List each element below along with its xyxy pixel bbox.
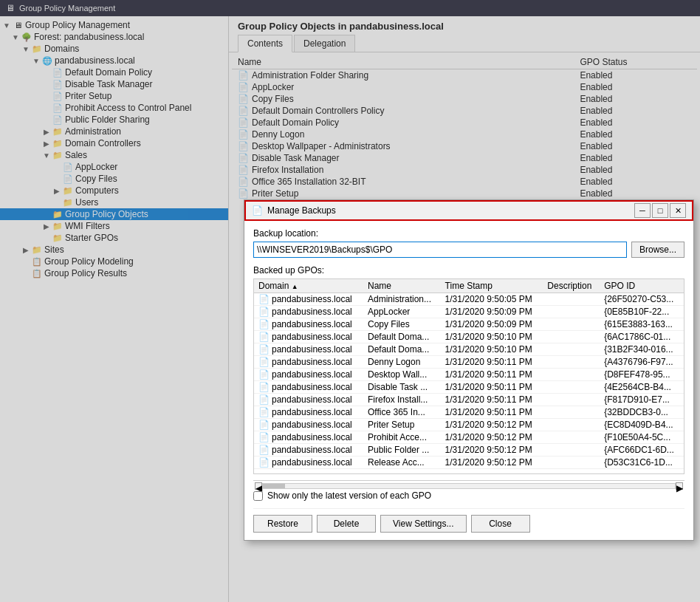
scroll-track[interactable] — [262, 483, 676, 489]
backup-timestamp: 1/31/2020 9:50:05 PM — [441, 293, 543, 306]
backup-row[interactable]: 📄pandabusiness.local Disable Task ... 1/… — [254, 381, 684, 394]
col-timestamp[interactable]: Time Stamp — [441, 279, 543, 293]
backup-row[interactable]: 📄pandabusiness.local Firefox Install... … — [254, 394, 684, 406]
backup-gpo-id: {0E85B10F-22... — [600, 306, 684, 318]
backup-timestamp: 1/31/2020 9:50:11 PM — [441, 394, 543, 406]
minimize-button[interactable]: ─ — [634, 203, 651, 218]
sort-arrow: ▲ — [292, 283, 298, 290]
backup-row[interactable]: 📄pandabusiness.local Prohibit Acce... 1/… — [254, 431, 684, 444]
scrollbar-row: ◀ ▶ — [253, 480, 684, 490]
close-titlebar-button[interactable]: ✕ — [670, 203, 686, 218]
backup-timestamp: 1/31/2020 9:50:09 PM — [441, 318, 543, 331]
backup-name: Office 365 In... — [363, 406, 441, 419]
backup-description — [543, 431, 600, 444]
backup-row[interactable]: 📄pandabusiness.local Release Acc... 1/31… — [254, 456, 684, 469]
backup-description — [543, 419, 600, 431]
backup-timestamp: 1/31/2020 9:50:11 PM — [441, 356, 543, 369]
backup-timestamp: 1/31/2020 9:50:12 PM — [441, 431, 543, 444]
backup-timestamp: 1/31/2020 9:50:11 PM — [441, 369, 543, 381]
backup-name: Administration... — [363, 293, 441, 306]
dialog-icon: 📄 — [252, 205, 263, 216]
backup-row[interactable]: 📄pandabusiness.local AppLocker 1/31/2020… — [254, 306, 684, 318]
scroll-right-button[interactable]: ▶ — [676, 482, 683, 490]
delete-button[interactable]: Delete — [317, 515, 376, 533]
backup-gpo-id: {EC8D409D-B4... — [600, 419, 684, 431]
backup-domain: 📄pandabusiness.local — [254, 356, 363, 369]
backup-gpo-id: {D53C31C6-1D... — [600, 456, 684, 469]
backup-name: Firefox Install... — [363, 394, 441, 406]
backup-domain: 📄pandabusiness.local — [254, 306, 363, 318]
backup-timestamp: 1/31/2020 9:50:12 PM — [441, 444, 543, 456]
backup-description — [543, 456, 600, 469]
backup-description — [543, 293, 600, 306]
backup-description — [543, 331, 600, 343]
backup-row[interactable]: 📄pandabusiness.local Default Doma... 1/3… — [254, 343, 684, 356]
view-settings-button[interactable]: View Settings... — [380, 515, 467, 533]
backup-row[interactable]: 📄pandabusiness.local Office 365 In... 1/… — [254, 406, 684, 419]
checkbox-row: Show only the latest version of each GPO — [253, 490, 684, 501]
backup-gpo-id: {6AC1786C-01... — [600, 331, 684, 343]
backup-gpo-id: {31B2F340-016... — [600, 343, 684, 356]
backup-row[interactable]: 📄pandabusiness.local Priter Setup 1/31/2… — [254, 419, 684, 431]
dialog-content: Backup location: Browse... Backed up GPO… — [244, 221, 693, 540]
col-domain[interactable]: Domain ▲ — [254, 279, 363, 293]
maximize-button[interactable]: □ — [652, 203, 668, 218]
backup-timestamp: 1/31/2020 9:50:10 PM — [441, 343, 543, 356]
backup-timestamp: 1/31/2020 9:50:10 PM — [441, 331, 543, 343]
col-name[interactable]: Name — [363, 279, 441, 293]
dialog-buttons: Restore Delete View Settings... Close — [253, 508, 684, 533]
backup-row[interactable]: 📄pandabusiness.local Copy Files 1/31/202… — [254, 318, 684, 331]
backup-description — [543, 318, 600, 331]
backup-table: Domain ▲ Name Time Stamp Description GPO… — [254, 279, 684, 469]
backup-gpo-id: {26F50270-C53... — [600, 293, 684, 306]
browse-button[interactable]: Browse... — [631, 242, 684, 258]
scroll-thumb — [263, 484, 285, 488]
backup-domain: 📄pandabusiness.local — [254, 456, 363, 469]
backup-domain: 📄pandabusiness.local — [254, 293, 363, 306]
restore-button[interactable]: Restore — [253, 515, 312, 533]
backup-row[interactable]: 📄pandabusiness.local Denny Logon 1/31/20… — [254, 356, 684, 369]
backup-domain: 📄pandabusiness.local — [254, 343, 363, 356]
backup-name: Denny Logon — [363, 356, 441, 369]
backup-name: Desktop Wall... — [363, 369, 441, 381]
backup-gpo-id: {F10E50A4-5C... — [600, 431, 684, 444]
col-description[interactable]: Description — [543, 279, 600, 293]
backup-gpo-id: {A4376796-F97... — [600, 356, 684, 369]
backup-description — [543, 381, 600, 394]
manage-backups-dialog: 📄 Manage Backups ─ □ ✕ Backup location: … — [244, 199, 694, 541]
backup-row[interactable]: 📄pandabusiness.local Desktop Wall... 1/3… — [254, 369, 684, 381]
backup-domain: 📄pandabusiness.local — [254, 394, 363, 406]
backup-gpo-id: {615E3883-163... — [600, 318, 684, 331]
backup-domain: 📄pandabusiness.local — [254, 406, 363, 419]
backup-description — [543, 394, 600, 406]
latest-version-checkbox[interactable] — [253, 491, 263, 501]
backup-table-container: Domain ▲ Name Time Stamp Description GPO… — [253, 278, 684, 474]
input-row: Browse... — [253, 242, 684, 258]
backup-row[interactable]: 📄pandabusiness.local Public Folder ... 1… — [254, 444, 684, 456]
backup-domain: 📄pandabusiness.local — [254, 444, 363, 456]
backup-name: Priter Setup — [363, 419, 441, 431]
backup-name: Prohibit Acce... — [363, 431, 441, 444]
dialog-titlebar-left: 📄 Manage Backups — [252, 205, 336, 216]
backup-domain: 📄pandabusiness.local — [254, 331, 363, 343]
backup-timestamp: 1/31/2020 9:50:11 PM — [441, 406, 543, 419]
backup-description — [543, 369, 600, 381]
backup-timestamp: 1/31/2020 9:50:12 PM — [441, 419, 543, 431]
backup-domain: 📄pandabusiness.local — [254, 318, 363, 331]
scroll-left-button[interactable]: ◀ — [255, 482, 262, 490]
backup-row[interactable]: 📄pandabusiness.local Administration... 1… — [254, 293, 684, 306]
backup-name: Public Folder ... — [363, 444, 441, 456]
backup-domain: 📄pandabusiness.local — [254, 419, 363, 431]
close-button[interactable]: Close — [471, 515, 530, 533]
backup-location-label: Backup location: — [253, 228, 684, 239]
backup-path-input[interactable] — [253, 242, 627, 258]
backup-description — [543, 356, 600, 369]
col-gpo-id[interactable]: GPO ID — [600, 279, 684, 293]
backup-name: Default Doma... — [363, 343, 441, 356]
backup-row[interactable]: 📄pandabusiness.local Default Doma... 1/3… — [254, 331, 684, 343]
backup-name: Default Doma... — [363, 331, 441, 343]
backup-domain: 📄pandabusiness.local — [254, 381, 363, 394]
backup-name: Release Acc... — [363, 456, 441, 469]
backup-gpo-id: {4E2564CB-B4... — [600, 381, 684, 394]
backup-name: Copy Files — [363, 318, 441, 331]
